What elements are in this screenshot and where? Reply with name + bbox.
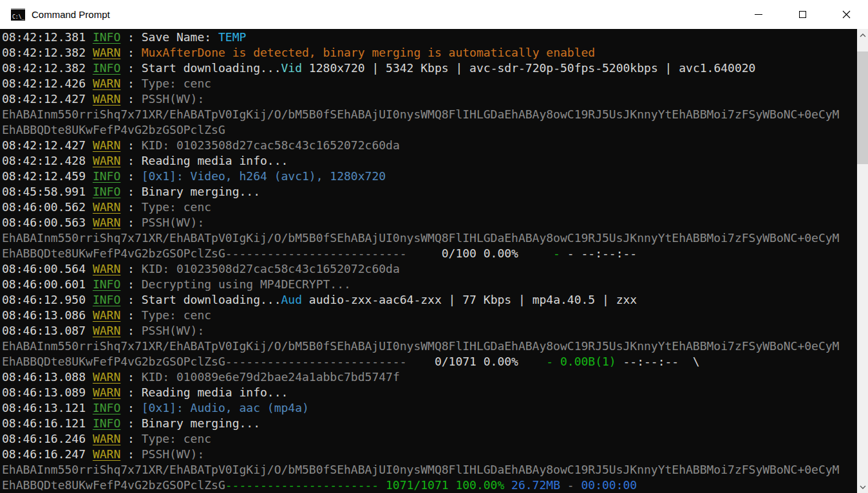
log-segment: PSSH(WV):	[142, 324, 205, 337]
log-segment: 08:46:13.121	[2, 401, 93, 414]
log-segment: :	[120, 447, 142, 461]
log-line: 08:46:13.121 INFO : [0x1]: Audio, aac (m…	[2, 400, 857, 416]
log-segment: 0/100 0.00%	[407, 247, 518, 260]
log-segment: --:--:-- \	[616, 355, 700, 368]
log-segment: EhABBQDte8UKwFefP4vG2bzGSOPclZsG	[2, 123, 225, 136]
log-segment: WARN	[93, 262, 120, 275]
log-segment: :	[120, 92, 142, 106]
log-segment: :	[120, 216, 142, 229]
log-segment: MuxAfterDone is detected, binary merging…	[142, 46, 595, 59]
log-segment: Reading media info...	[142, 154, 288, 167]
log-line: EhABBQDte8UKwFefP4vG2bzGSOPclZsG	[2, 122, 857, 138]
log-segment: -	[560, 478, 581, 492]
log-segment: Aud	[281, 293, 303, 306]
log-line: 08:46:16.247 WARN : PSSH(WV):	[2, 447, 857, 462]
scrollbar-thumb[interactable]	[857, 51, 868, 164]
log-line: EhABAInm550rriShq7x71XR/EhABATpV0IgKij/O…	[2, 462, 857, 478]
log-segment: 08:45:58.991	[2, 185, 93, 198]
log-segment: 08:42:12.381	[2, 30, 93, 44]
log-line: 08:46:13.087 WARN : PSSH(WV):	[2, 323, 857, 339]
log-line: 08:42:12.428 WARN : Reading media info..…	[2, 153, 857, 169]
log-segment: INFO	[93, 185, 120, 198]
log-line: 08:46:00.564 WARN : KID: 01023508d27cac5…	[2, 261, 857, 277]
log-segment: 1071/1071 100.00%	[386, 478, 511, 492]
log-segment: :	[120, 185, 142, 198]
log-segment: INFO	[93, 277, 120, 291]
scrollbar[interactable]	[857, 29, 868, 493]
log-line: 08:46:13.088 WARN : KID: 010089e6e79d2ba…	[2, 369, 857, 385]
log-segment: PSSH(WV):	[142, 447, 205, 461]
log-line: EhABAInm550rriShq7x71XR/EhABATpV0IgKij/O…	[2, 107, 857, 122]
log-segment: EhABBQDte8UKwFefP4vG2bzGSOPclZsG	[2, 247, 225, 260]
log-segment: 08:46:12.950	[2, 293, 93, 306]
log-line: 08:46:00.601 INFO : Decrypting using MP4…	[2, 277, 857, 292]
log-segment: EhABBQDte8UKwFefP4vG2bzGSOPclZsG	[2, 355, 225, 368]
log-segment: TEMP	[218, 30, 246, 44]
log-segment: KID: 010089e6e79d2bae24a1abbc7bd5747f	[142, 370, 400, 384]
log-segment: Start downloading...	[142, 293, 281, 306]
minimize-icon	[755, 14, 762, 15]
maximize-button[interactable]	[780, 0, 824, 29]
log-segment: Vid	[281, 61, 303, 75]
log-segment: Decrypting using MP4DECRYPT...	[142, 277, 351, 291]
close-button[interactable]	[824, 0, 868, 29]
log-segment: 08:42:12.427	[2, 138, 93, 152]
log-line: 08:46:00.562 WARN : Type: cenc	[2, 200, 857, 215]
log-segment: 08:46:13.088	[2, 370, 93, 384]
log-line: 08:46:16.121 INFO : Binary merging...	[2, 416, 857, 431]
log-line: 08:42:12.382 INFO : Start downloading...…	[2, 60, 857, 76]
command-prompt-window: C:\_ Command Prompt 08:42:12.381 INFO : …	[0, 0, 868, 493]
log-line: 08:46:00.563 WARN : PSSH(WV):	[2, 215, 857, 230]
log-segment: :	[120, 262, 142, 275]
log-segment: 08:46:00.601	[2, 277, 93, 291]
log-segment: 08:46:16.246	[2, 432, 93, 445]
log-segment: 1280x720 | 5342 Kbps | avc-sdr-720p-50fp…	[302, 61, 755, 75]
log-segment: 08:42:12.382	[2, 46, 93, 59]
chevron-up-icon	[860, 33, 866, 37]
caption-buttons	[737, 0, 868, 29]
scroll-down-button[interactable]	[857, 481, 868, 492]
log-segment: WARN	[93, 370, 120, 384]
log-segment: :	[120, 293, 142, 306]
log-segment: :	[120, 200, 142, 214]
log-segment: INFO	[93, 401, 120, 414]
log-segment: [0x1]: Audio, aac (mp4a)	[142, 401, 309, 414]
log-segment: Binary merging...	[142, 416, 260, 430]
log-segment: WARN	[93, 92, 120, 106]
log-segment: PSSH(WV):	[142, 92, 205, 106]
terminal-output[interactable]: 08:42:12.381 INFO : Save Name: TEMP08:42…	[0, 29, 857, 493]
log-segment: :	[120, 30, 142, 44]
log-segment: :	[120, 416, 142, 430]
log-segment: :	[120, 61, 142, 75]
log-line: EhABBQDte8UKwFefP4vG2bzGSOPclZsG--------…	[2, 246, 857, 261]
log-segment: 08:46:00.563	[2, 216, 93, 229]
log-segment: ----------------------	[225, 478, 386, 492]
minimize-button[interactable]	[737, 0, 780, 29]
log-segment: --:--:--	[581, 247, 637, 260]
log-line: 08:46:13.089 WARN : Reading media info..…	[2, 385, 857, 400]
title-bar[interactable]: C:\_ Command Prompt	[0, 0, 868, 29]
log-segment: WARN	[93, 447, 120, 461]
log-line: 08:42:12.427 WARN : KID: 01023508d27cac5…	[2, 138, 857, 153]
log-segment: PSSH(WV):	[142, 216, 205, 229]
log-segment: 08:46:13.089	[2, 386, 93, 399]
log-line: EhABAInm550rriShq7x71XR/EhABATpV0IgKij/O…	[2, 230, 857, 246]
log-segment: INFO	[93, 416, 120, 430]
cmd-icon-glyph: C:\_	[11, 14, 24, 21]
log-line: 08:46:16.246 WARN : Type: cenc	[2, 431, 857, 447]
log-segment: WARN	[93, 386, 120, 399]
log-line: 08:46:12.950 INFO : Start downloading...…	[2, 292, 857, 308]
log-segment: Type: cenc	[142, 200, 211, 214]
window-title: Command Prompt	[32, 9, 110, 20]
log-line: 08:42:12.382 WARN : MuxAfterDone is dete…	[2, 45, 857, 60]
log-segment: INFO	[93, 169, 120, 183]
log-segment: 08:42:12.459	[2, 169, 93, 183]
scroll-up-button[interactable]	[857, 30, 868, 41]
log-segment: 00:00:00	[581, 478, 637, 492]
log-segment: :	[120, 138, 142, 152]
log-segment: 08:42:12.428	[2, 154, 93, 167]
log-segment: [0x1]: Video, h264 (avc1), 1280x720	[142, 169, 386, 183]
log-segment: EhABAInm550rriShq7x71XR/EhABATpV0IgKij/O…	[2, 107, 839, 121]
log-line: EhABBQDte8UKwFefP4vG2bzGSOPclZsG--------…	[2, 478, 857, 493]
log-segment: 08:46:00.562	[2, 200, 93, 214]
